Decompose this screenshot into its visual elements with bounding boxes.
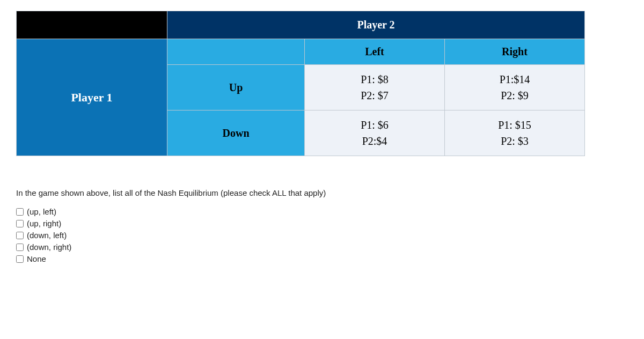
checkbox-none[interactable] — [16, 255, 24, 263]
option-label: (down, left) — [27, 231, 67, 240]
p2-value: P2: $3 — [501, 135, 529, 147]
payoff-up-left: P1: $8 P2: $7 — [305, 65, 445, 110]
option-label: (up, right) — [27, 219, 61, 228]
row-up: Up — [167, 65, 305, 110]
payoff-table: Player 2 Player 1 Left Right Up P1: $8 P… — [16, 11, 585, 156]
payoff-down-left: P1: $6 P2:$4 — [305, 110, 445, 156]
blank-header-1 — [17, 11, 167, 39]
p2-value: P2: $7 — [361, 90, 389, 101]
checkbox-up-right[interactable] — [16, 220, 24, 227]
checkbox-down-right[interactable] — [16, 244, 24, 251]
p2-value: P2:$4 — [362, 135, 387, 147]
option-up-right[interactable]: (up, right) — [16, 219, 628, 228]
col-right: Right — [444, 39, 584, 65]
p1-value: P1: $8 — [361, 73, 389, 85]
player1-header: Player 1 — [17, 39, 167, 156]
option-label: None — [27, 254, 46, 263]
payoff-down-right: P1: $15 P2: $3 — [444, 110, 584, 156]
checkbox-up-left[interactable] — [16, 208, 24, 216]
option-down-left[interactable]: (down, left) — [16, 231, 628, 240]
col-left: Left — [305, 39, 445, 65]
checkbox-down-left[interactable] — [16, 232, 24, 239]
p1-value: P1: $6 — [361, 119, 389, 131]
answer-options: (up, left) (up, right) (down, left) (dow… — [16, 207, 628, 263]
question-text: In the game shown above, list all of the… — [16, 188, 628, 197]
option-label: (down, right) — [27, 242, 71, 252]
blank-header-2 — [167, 39, 305, 65]
p1-value: P1:$14 — [500, 73, 530, 85]
payoff-up-right: P1:$14 P2: $9 — [444, 65, 584, 110]
row-down: Down — [167, 110, 305, 156]
option-up-left[interactable]: (up, left) — [16, 207, 628, 216]
option-down-right[interactable]: (down, right) — [16, 242, 628, 252]
p2-value: P2: $9 — [501, 90, 529, 101]
option-label: (up, left) — [27, 207, 56, 216]
option-none[interactable]: None — [16, 254, 628, 263]
player2-header: Player 2 — [167, 11, 585, 39]
p1-value: P1: $15 — [498, 119, 531, 131]
